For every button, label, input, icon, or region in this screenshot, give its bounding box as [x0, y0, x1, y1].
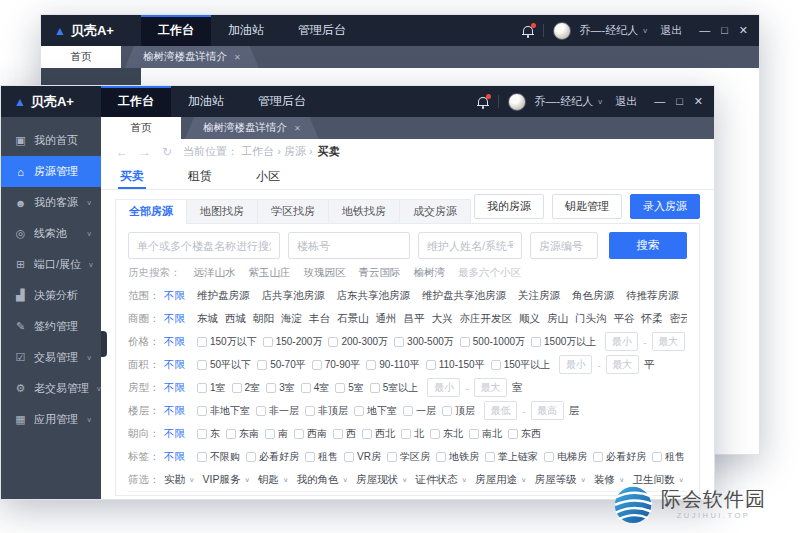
- filter-option-unlimited[interactable]: 不限: [164, 450, 185, 464]
- checkbox-icon[interactable]: [387, 452, 397, 462]
- filter-option[interactable]: VIP服务 ∨: [203, 473, 250, 487]
- filter-option[interactable]: 50平以下: [197, 358, 251, 372]
- filter-option[interactable]: 店东共享池房源: [337, 289, 411, 303]
- filter-option[interactable]: 维护盘共享池房源: [422, 289, 506, 303]
- filter-option-unlimited[interactable]: 不限: [164, 312, 185, 326]
- maximize-button[interactable]: □: [721, 25, 728, 36]
- checkbox-icon[interactable]: [257, 360, 267, 370]
- top-nav-item[interactable]: 加油站: [211, 15, 281, 46]
- refresh-icon[interactable]: ↻: [162, 146, 172, 158]
- filter-option[interactable]: 房山: [547, 312, 568, 326]
- checkbox-icon[interactable]: [403, 406, 413, 416]
- checkbox-icon[interactable]: [593, 452, 603, 462]
- range-min-input[interactable]: [605, 332, 638, 351]
- checkbox-icon[interactable]: [335, 383, 345, 393]
- filter-option[interactable]: 500-1000万: [460, 335, 525, 349]
- checkbox-icon[interactable]: [370, 383, 380, 393]
- back-arrow-icon[interactable]: ←: [116, 146, 128, 158]
- range-min-input[interactable]: [559, 355, 592, 374]
- action-button[interactable]: 我的房源: [474, 194, 544, 219]
- filter-option[interactable]: 角色房源: [572, 289, 614, 303]
- checkbox-icon[interactable]: [197, 337, 207, 347]
- checkbox-icon[interactable]: [469, 429, 479, 439]
- checkbox-icon[interactable]: [312, 360, 322, 370]
- checkbox-icon[interactable]: [362, 429, 372, 439]
- filter-option[interactable]: 海淀: [281, 312, 302, 326]
- filter-option[interactable]: 东西: [508, 427, 541, 441]
- checkbox-icon[interactable]: [226, 429, 236, 439]
- forward-arrow-icon[interactable]: →: [139, 146, 151, 158]
- filter-option[interactable]: 店共享池房源: [262, 289, 325, 303]
- top-nav-item[interactable]: 工作台: [141, 15, 211, 46]
- filter-option[interactable]: 东城: [197, 312, 218, 326]
- filter-option-unlimited[interactable]: 不限: [164, 289, 185, 303]
- checkbox-icon[interactable]: [354, 406, 364, 416]
- filter-option[interactable]: 西城: [225, 312, 246, 326]
- top-nav-item[interactable]: 加油站: [171, 86, 241, 117]
- filter-option[interactable]: 50-70平: [257, 358, 306, 372]
- checkbox-icon[interactable]: [460, 337, 470, 347]
- filter-option[interactable]: 学区房: [387, 450, 430, 464]
- filter-option[interactable]: 密云: [670, 312, 688, 326]
- filter-option[interactable]: 大兴: [432, 312, 453, 326]
- filter-option[interactable]: 西: [333, 427, 356, 441]
- logout-button[interactable]: 退出: [660, 23, 682, 38]
- subtab-chip[interactable]: 地图找房: [186, 199, 258, 224]
- sidebar-item[interactable]: ▣ 我的首页: [1, 125, 101, 156]
- filter-option[interactable]: 维护盘房源: [197, 289, 250, 303]
- filter-option[interactable]: 5室: [335, 381, 364, 395]
- checkbox-icon[interactable]: [436, 452, 446, 462]
- filter-option[interactable]: 150万以下: [197, 335, 257, 349]
- filter-option[interactable]: 房屋用途 ∨: [475, 473, 527, 487]
- filter-option[interactable]: 通州: [376, 312, 397, 326]
- user-avatar[interactable]: [553, 22, 571, 40]
- close-button[interactable]: ✕: [739, 25, 748, 36]
- subtab-chip[interactable]: 全部房源: [115, 199, 187, 224]
- filter-option-unlimited[interactable]: 不限: [164, 427, 185, 441]
- checkbox-icon[interactable]: [197, 429, 207, 439]
- doc-tab-home[interactable]: 首页: [41, 46, 121, 68]
- checkbox-icon[interactable]: [301, 383, 311, 393]
- filter-option[interactable]: 西北: [362, 427, 395, 441]
- sidebar-item[interactable]: ⊞ 端口/展位 ∨: [1, 249, 101, 280]
- checkbox-icon[interactable]: [531, 337, 541, 347]
- filter-option[interactable]: 电梯房: [544, 450, 587, 464]
- checkbox-icon[interactable]: [266, 383, 276, 393]
- search-input[interactable]: [288, 232, 410, 259]
- filter-option[interactable]: 丰台: [309, 312, 330, 326]
- sidebar-item[interactable]: ▟ 决策分析: [1, 280, 101, 311]
- notification-bell-icon[interactable]: [522, 25, 534, 37]
- top-nav-item[interactable]: 管理后台: [241, 86, 323, 117]
- doc-tab-home[interactable]: 首页: [101, 117, 181, 139]
- history-item[interactable]: 玫瑰园区: [304, 266, 346, 280]
- history-item[interactable]: 紫玉山庄: [249, 266, 291, 280]
- checkbox-icon[interactable]: [652, 452, 662, 462]
- filter-option-unlimited[interactable]: 不限: [164, 358, 185, 372]
- checkbox-icon[interactable]: [491, 360, 501, 370]
- checkbox-icon[interactable]: [305, 452, 315, 462]
- category-tab[interactable]: 租赁: [186, 164, 214, 189]
- filter-option[interactable]: 3室: [266, 381, 295, 395]
- range-min-input[interactable]: [484, 401, 517, 420]
- sidebar-item[interactable]: ⚙ 老交易管理 ∨: [1, 373, 101, 404]
- checkbox-icon[interactable]: [197, 406, 207, 416]
- range-max-input[interactable]: [652, 332, 685, 351]
- filter-option[interactable]: 朝阳: [253, 312, 274, 326]
- user-avatar[interactable]: [508, 93, 526, 111]
- filter-option[interactable]: 110-150平: [426, 358, 485, 372]
- filter-option[interactable]: 一层: [403, 404, 436, 418]
- filter-option[interactable]: 90-110平: [366, 358, 419, 372]
- checkbox-icon[interactable]: [256, 406, 266, 416]
- category-tab[interactable]: 买卖: [118, 164, 146, 189]
- action-button[interactable]: 录入房源: [630, 194, 700, 219]
- checkbox-icon[interactable]: [197, 360, 207, 370]
- filter-option[interactable]: 5室以上: [370, 381, 419, 395]
- user-name[interactable]: 乔—-经纪人∨: [535, 94, 604, 109]
- filter-option[interactable]: 1500万以上: [531, 335, 596, 349]
- breadcrumb-path[interactable]: 当前位置： 工作台 › 房源 ›: [183, 144, 313, 159]
- checkbox-icon[interactable]: [366, 360, 376, 370]
- subtab-chip[interactable]: 学区找房: [257, 199, 329, 224]
- filter-option[interactable]: 实勘 ∨: [164, 473, 195, 487]
- sidebar-item[interactable]: ▦ 应用管理 ∨: [1, 404, 101, 435]
- checkbox-icon[interactable]: [544, 452, 554, 462]
